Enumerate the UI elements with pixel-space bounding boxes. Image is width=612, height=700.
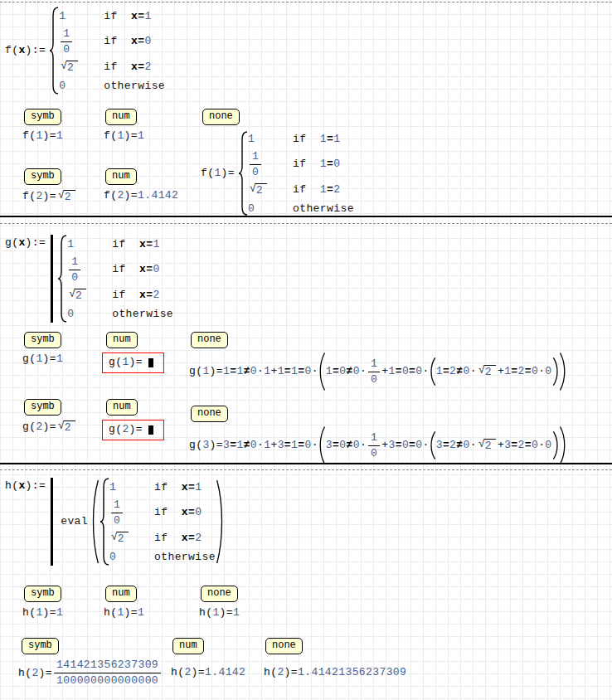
cases-brace-icon	[238, 131, 248, 216]
result-f1-num[interactable]: num f(1)=1	[104, 109, 144, 143]
square-root: √2	[250, 182, 267, 197]
result-f2-num[interactable]: num f(2)=1.4142	[104, 168, 178, 202]
fraction: 10	[61, 27, 72, 56]
tag-symb[interactable]: symb	[24, 109, 61, 125]
open-paren-icon	[318, 426, 326, 464]
tag-none[interactable]: none	[191, 406, 228, 422]
result-h2-num[interactable]: num h(2)=1.4142	[171, 638, 245, 679]
case-value: 0	[59, 80, 66, 93]
case-condition: if x=0	[104, 35, 151, 48]
piecewise-cases-f1: 1if 1=1 10if 1=0 √2if 1=2 0otherwise	[238, 129, 354, 217]
tag-symb[interactable]: symb	[24, 332, 61, 348]
close-paren-icon	[552, 431, 559, 459]
result-h1-num[interactable]: num h(1)=1	[104, 586, 144, 620]
tag-num[interactable]: num	[172, 638, 204, 654]
page-break-dashed	[0, 469, 612, 470]
square-root: √2	[478, 364, 496, 379]
tag-symb[interactable]: symb	[24, 586, 61, 602]
tag-num[interactable]: num	[106, 332, 138, 348]
fraction: 10	[69, 255, 80, 284]
expanded-expression: g(1)=1=1≠0·1+1=1=0· 1=0≠0· 10 +1=0=0· 1=…	[189, 352, 566, 391]
f-definition-region[interactable]: f(x):= 1if x=1 10if x=0 √2if x=2 0otherw…	[5, 7, 165, 95]
tag-symb[interactable]: symb	[24, 168, 61, 185]
tag-symb[interactable]: symb	[24, 399, 61, 416]
g-definition-lead: g(x):=	[5, 236, 46, 250]
result-g1-num-error[interactable]: num g(1)=	[102, 332, 164, 373]
tag-num[interactable]: num	[105, 168, 137, 185]
fraction: 10	[368, 357, 380, 386]
close-paren-icon	[559, 352, 566, 391]
piecewise-cases-g: 1if x=1 10if x=0 √2if x=2 0otherwise	[57, 235, 173, 323]
fraction: 10	[250, 150, 261, 179]
tag-num[interactable]: num	[105, 109, 137, 125]
fraction: 10	[368, 431, 380, 460]
piecewise-cases-h: 1if x=1 10if x=0 √2if x=2 0otherwise	[100, 478, 216, 566]
result-g3-none[interactable]: none g(3)=3=1≠0·1+3=1=0· 3=0≠0· 10 +3=0=…	[189, 406, 566, 464]
square-root: √2	[478, 438, 496, 453]
tag-num[interactable]: num	[106, 399, 138, 416]
square-root: √2	[111, 531, 129, 546]
eval-function-label: eval	[61, 515, 88, 528]
result-h2-none[interactable]: none h(2)=1.41421356237309	[264, 638, 406, 679]
close-paren-icon	[216, 479, 224, 564]
result-g2-symb[interactable]: symb g(2)=√2	[22, 399, 77, 435]
cases-brace-icon	[57, 235, 67, 323]
close-paren-icon	[559, 426, 566, 464]
expanded-expression: g(3)=3=1≠0·1+3=1=0· 3=0≠0· 10 +3=0=0· 3=…	[189, 426, 566, 464]
result-g1-none[interactable]: none g(1)=1=1≠0·1+1=1=0· 1=0≠0· 10 +1=0=…	[189, 332, 566, 391]
error-placeholder-icon	[148, 425, 153, 435]
square-root: √2	[69, 288, 86, 303]
square-root: √2	[58, 189, 75, 204]
result-f2-symb[interactable]: symb f(2)=√2	[22, 168, 77, 204]
result-h1-none[interactable]: none h(1)=1	[199, 586, 240, 620]
h-definition-region[interactable]: h(x):= eval 1if x=1 10if x=0 √2if x=2 0o…	[5, 478, 224, 566]
result-f1-symb[interactable]: symb f(1)=1	[22, 109, 63, 143]
error-placeholder-icon	[148, 358, 153, 367]
section-separator-line	[0, 216, 612, 217]
tag-none[interactable]: none	[191, 332, 228, 348]
tag-none[interactable]: none	[265, 638, 303, 654]
open-paren-icon	[91, 479, 100, 564]
hold-operator-bar	[51, 235, 53, 323]
case-condition: otherwise	[104, 80, 165, 93]
result-h1-symb[interactable]: symb h(1)=1	[22, 586, 63, 620]
case-condition: if x=1	[104, 10, 151, 23]
open-paren-icon	[318, 352, 326, 391]
tag-num[interactable]: num	[105, 586, 137, 602]
case-condition: if x=2	[104, 61, 151, 74]
section-separator-line	[0, 463, 612, 464]
f-definition-lead: f(x):=	[5, 44, 46, 57]
page-break-dashed	[0, 223, 612, 224]
open-paren-icon	[430, 357, 436, 386]
square-root: √2	[58, 420, 75, 435]
hold-operator-bar	[51, 478, 53, 566]
tag-none[interactable]: none	[201, 586, 238, 602]
fraction: 141421356237309100000000000000	[54, 659, 161, 688]
page-break-dashed-top	[0, 2, 612, 2]
open-paren-icon	[430, 431, 436, 459]
result-h2-symb[interactable]: symb h(2)= 14142135623730910000000000000…	[18, 638, 163, 688]
tag-symb[interactable]: symb	[22, 638, 59, 654]
tag-none[interactable]: none	[202, 109, 240, 125]
result-g2-num-error[interactable]: num g(2)=	[102, 399, 164, 440]
cases-brace-icon	[49, 7, 59, 95]
h-definition-lead: h(x):=	[5, 479, 46, 493]
result-g1-symb[interactable]: symb g(1)=1	[22, 332, 63, 366]
error-frame[interactable]: g(2)=	[102, 420, 164, 440]
close-paren-icon	[552, 357, 559, 386]
cases-brace-icon	[100, 478, 109, 566]
error-frame[interactable]: g(1)=	[102, 352, 164, 373]
square-root: √2	[61, 60, 78, 75]
case-value: 1	[59, 10, 66, 23]
g-definition-region[interactable]: g(x):= 1if x=1 10if x=0 √2if x=2 0otherw…	[5, 235, 173, 323]
result-f1-none[interactable]: none f(1)= 1if 1=1 10if 1=0 √2if 1=2 0ot…	[201, 109, 354, 217]
piecewise-cases-f: 1if x=1 10if x=0 √2if x=2 0otherwise	[49, 7, 165, 95]
fraction: 10	[111, 498, 123, 527]
